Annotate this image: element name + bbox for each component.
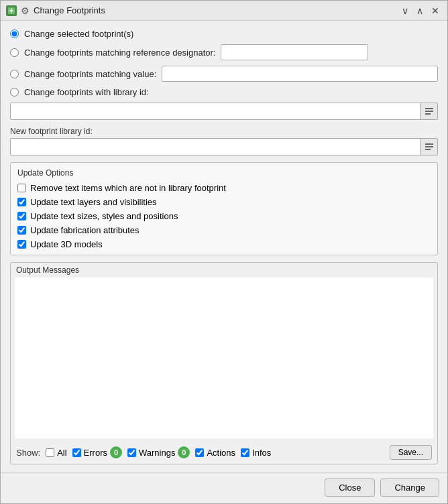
- close-button[interactable]: Close: [325, 479, 375, 497]
- checkbox-update-sizes-label[interactable]: Update text sizes, styles and positions: [30, 211, 178, 221]
- app-icon: [6, 5, 17, 16]
- svg-rect-4: [425, 111, 433, 112]
- change-button[interactable]: Change: [380, 479, 439, 497]
- checkbox-update-3d[interactable]: [17, 240, 26, 249]
- update-option-2: Update text sizes, styles and positions: [17, 211, 431, 221]
- bottom-bar: Close Change: [1, 472, 447, 503]
- svg-rect-3: [425, 108, 433, 109]
- radio-library-id[interactable]: [10, 88, 19, 97]
- radio-selected-footprint[interactable]: [10, 29, 19, 38]
- svg-rect-2: [11, 8, 13, 13]
- radio-group: Change selected footprint(s) Change foot…: [10, 29, 438, 120]
- radio-row-1: Change selected footprint(s): [10, 29, 438, 39]
- show-bar: Show: All Errors 0 Warnings 0 Act: [11, 442, 437, 464]
- show-errors-item: Errors 0: [72, 446, 122, 458]
- update-option-3: Update fabrication attributes: [17, 225, 431, 235]
- show-warnings-item: Warnings 0: [127, 446, 190, 458]
- app-secondary-icon: ⚙: [21, 5, 30, 16]
- maximize-button[interactable]: ∧: [414, 4, 426, 17]
- radio-reference-designator[interactable]: [10, 48, 19, 57]
- window-title: Change Footprints: [34, 5, 105, 15]
- new-footprint-label: New footprint library id:: [10, 127, 438, 136]
- radio-row-3: Change footprints matching value: MaxLin…: [10, 66, 438, 82]
- save-button[interactable]: Save...: [390, 445, 432, 460]
- minimize-button[interactable]: ∨: [399, 4, 411, 17]
- show-label: Show:: [16, 448, 40, 458]
- radio-1-label[interactable]: Change selected footprint(s): [24, 29, 133, 39]
- radio-row-2: Change footprints matching reference des…: [10, 44, 438, 60]
- checkbox-update-sizes[interactable]: [17, 212, 26, 220]
- update-option-4: Update 3D models: [17, 239, 431, 249]
- checkbox-update-fabrication[interactable]: [17, 226, 26, 235]
- svg-rect-6: [425, 143, 433, 145]
- show-actions-label[interactable]: Actions: [207, 448, 235, 458]
- checkbox-update-layers-label[interactable]: Update text layers and visibilities: [30, 197, 157, 207]
- show-errors-label[interactable]: Errors: [84, 448, 107, 458]
- new-footprint-browse-btn[interactable]: [420, 139, 437, 155]
- radio-4-label[interactable]: Change footprints with library id:: [24, 87, 149, 97]
- checkbox-update-3d-label[interactable]: Update 3D models: [30, 239, 103, 249]
- show-warnings-checkbox[interactable]: [127, 448, 136, 457]
- checkbox-remove-text[interactable]: [17, 184, 26, 192]
- show-infos-checkbox[interactable]: [241, 448, 249, 457]
- new-footprint-input[interactable]: Package_QFP:LQFP-48_7x7mm_P0.5mm: [11, 141, 420, 153]
- radio-matching-value[interactable]: [10, 70, 19, 78]
- radio-2-label[interactable]: Change footprints matching reference des…: [24, 48, 215, 58]
- library-id-input[interactable]: Package_QFP:LQFP-48_7x7mm_P0.5mm: [11, 105, 420, 118]
- checkbox-update-layers[interactable]: [17, 198, 26, 206]
- show-errors-checkbox[interactable]: [72, 448, 81, 457]
- main-window: ⚙ Change Footprints ∨ ∧ ✕ Change selecte…: [0, 0, 448, 504]
- output-messages-legend: Output Messages: [11, 263, 437, 275]
- window-controls: ∨ ∧ ✕: [399, 4, 442, 17]
- show-warnings-label[interactable]: Warnings: [139, 448, 175, 458]
- update-option-0: Remove text items which are not in libra…: [17, 183, 431, 193]
- show-infos-item: Infos: [241, 448, 271, 458]
- titlebar-left: ⚙ Change Footprints: [6, 5, 105, 16]
- main-content: Change selected footprint(s) Change foot…: [1, 21, 447, 472]
- show-all-checkbox[interactable]: [46, 448, 54, 457]
- output-section: Output Messages Show: All Errors 0 Warni…: [10, 262, 438, 464]
- new-footprint-row: Package_QFP:LQFP-48_7x7mm_P0.5mm: [10, 138, 438, 155]
- show-all-label[interactable]: All: [57, 448, 66, 458]
- library-id-row: Package_QFP:LQFP-48_7x7mm_P0.5mm: [10, 103, 438, 120]
- show-actions-checkbox[interactable]: [195, 448, 204, 457]
- titlebar: ⚙ Change Footprints ∨ ∧ ✕: [1, 1, 447, 21]
- reference-designator-input[interactable]: U1: [221, 44, 368, 60]
- update-option-1: Update text layers and visibilities: [17, 197, 431, 207]
- new-footprint-section: New footprint library id: Package_QFP:LQ…: [10, 127, 438, 155]
- svg-rect-8: [425, 149, 431, 150]
- radio-row-4: Change footprints with library id:: [10, 87, 438, 97]
- svg-rect-5: [425, 113, 431, 115]
- errors-count-badge: 0: [110, 446, 122, 458]
- matching-value-input[interactable]: MaxLinear_XR22417-48: [162, 66, 438, 82]
- show-actions-item: Actions: [195, 448, 235, 458]
- checkbox-update-fabrication-label[interactable]: Update fabrication attributes: [30, 225, 139, 235]
- warnings-count-badge: 0: [178, 446, 190, 458]
- show-infos-label[interactable]: Infos: [252, 448, 271, 458]
- update-options-legend: Update Options: [17, 168, 431, 178]
- library-browse-btn[interactable]: [420, 103, 437, 119]
- update-options-section: Update Options Remove text items which a…: [10, 162, 438, 255]
- close-button[interactable]: ✕: [429, 4, 442, 17]
- show-all-item: All: [46, 448, 66, 458]
- output-messages-area[interactable]: [15, 277, 433, 438]
- radio-3-label[interactable]: Change footprints matching value:: [24, 69, 156, 79]
- svg-rect-7: [425, 146, 433, 147]
- checkbox-remove-text-label[interactable]: Remove text items which are not in libra…: [30, 183, 226, 193]
